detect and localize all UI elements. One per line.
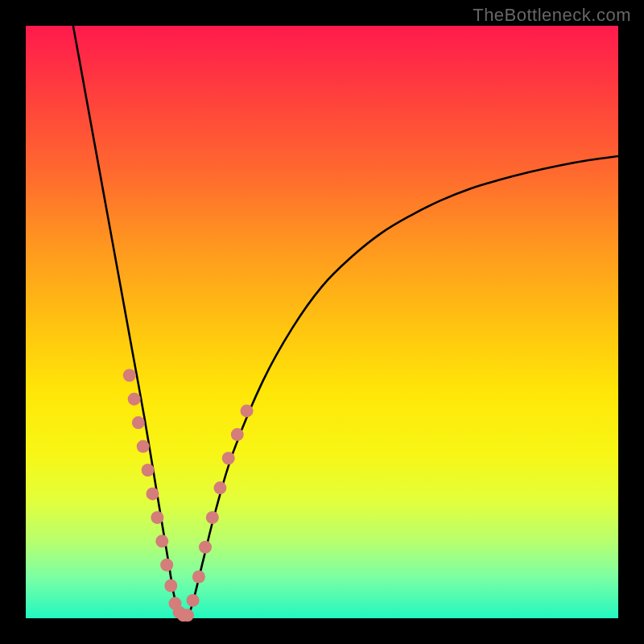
data-point xyxy=(199,541,212,554)
data-point xyxy=(164,580,177,592)
data-point xyxy=(123,369,136,382)
data-point xyxy=(206,511,219,524)
data-point xyxy=(151,511,163,524)
data-point xyxy=(192,570,205,583)
data-point xyxy=(160,559,173,572)
data-point xyxy=(231,428,244,441)
data-point xyxy=(137,440,150,453)
data-point xyxy=(142,464,155,477)
bottleneck-curve xyxy=(73,26,618,617)
markers-right-group xyxy=(181,404,254,621)
markers-left-group xyxy=(123,369,190,621)
data-point xyxy=(187,594,200,607)
chart-plot-area xyxy=(26,26,618,618)
watermark-text: TheBottleneck.com xyxy=(473,5,631,26)
data-point xyxy=(132,416,145,429)
data-point xyxy=(213,481,226,494)
data-point xyxy=(147,487,159,500)
data-point xyxy=(222,452,235,464)
chart-frame: TheBottleneck.com xyxy=(0,0,644,644)
data-point xyxy=(155,535,168,547)
curve-svg xyxy=(26,26,618,618)
data-point xyxy=(241,404,254,417)
data-point xyxy=(181,609,194,621)
data-point xyxy=(128,393,141,406)
